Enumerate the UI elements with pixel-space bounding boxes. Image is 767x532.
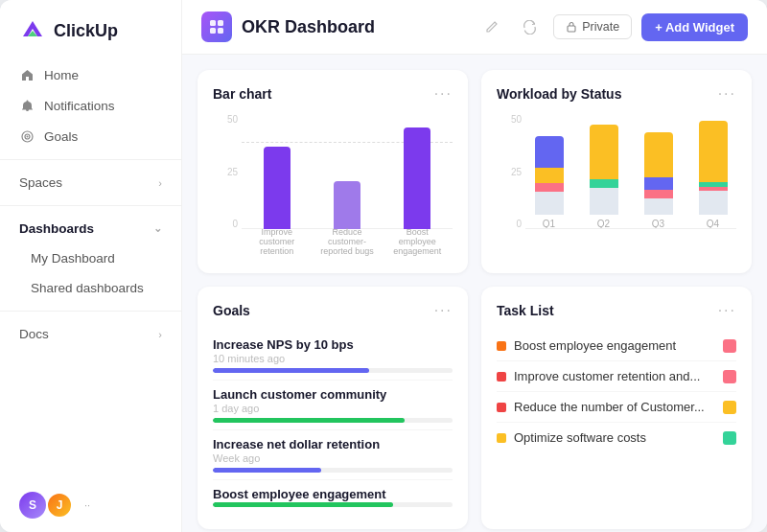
task-dot-0 xyxy=(497,341,506,351)
seg-q3-red xyxy=(644,190,673,198)
spaces-chevron-icon: › xyxy=(158,177,162,189)
bar-group-1: Reduce customer-reported bugs xyxy=(312,114,382,229)
stacked-group-q1: Q1 xyxy=(525,114,572,229)
seg-q2-gray xyxy=(590,188,618,215)
bar-chart-title: Bar chart xyxy=(213,86,271,102)
private-badge[interactable]: Private xyxy=(553,14,632,39)
task-name-2: Reduce the number of Customer... xyxy=(514,400,715,414)
bell-icon xyxy=(19,98,35,113)
goal-item-0: Increase NPS by 10 bps 10 minutes ago xyxy=(213,331,453,381)
sidebar-navigation: Home Notifications Goals Spaces › xyxy=(0,56,181,478)
seg-q3-yellow xyxy=(644,132,673,178)
svg-rect-8 xyxy=(218,28,223,34)
task-flag-1 xyxy=(723,370,736,383)
bar-1 xyxy=(334,181,360,229)
topbar-title: OKR Dashboard xyxy=(242,17,467,37)
stacked-bar-q1 xyxy=(535,136,564,215)
workload-chart-area: 0 25 50 Q1 xyxy=(497,114,736,258)
sidebar-docs[interactable]: Docs › xyxy=(0,319,181,349)
avatar-s[interactable]: S xyxy=(19,492,46,519)
bar-label-1: Reduce customer-reported bugs xyxy=(318,227,376,256)
bar-chart-widget: Bar chart ··· 0 25 50 Improve customer r… xyxy=(198,70,468,273)
avatar-j[interactable]: J xyxy=(46,492,73,519)
my-dashboard-label: My Dashboard xyxy=(31,251,115,266)
bar-chart-menu[interactable]: ··· xyxy=(434,85,453,103)
refresh-button[interactable] xyxy=(515,12,544,41)
edit-button[interactable] xyxy=(476,12,505,41)
sidebar-item-home[interactable]: Home xyxy=(0,59,181,90)
home-icon xyxy=(19,67,35,82)
stacked-bar-q3 xyxy=(644,132,673,215)
sidebar-goals-label: Goals xyxy=(44,129,78,144)
sidebar-spaces-label: Spaces xyxy=(19,175,62,190)
app-window: ClickUp Home Notifications Goals xyxy=(0,0,767,532)
seg-q3-gray xyxy=(644,198,673,215)
goal-bar-fill-0 xyxy=(213,368,369,373)
goal-name-1: Launch customer community xyxy=(213,387,453,402)
bar-chart-area: 0 25 50 Improve customer retention Reduc… xyxy=(213,114,453,258)
workload-x-axis xyxy=(525,228,736,229)
task-name-1: Improve customer retention and... xyxy=(514,369,715,383)
goals-title: Goals xyxy=(213,303,250,318)
task-dot-3 xyxy=(497,433,506,443)
goal-item-1: Launch customer community 1 day ago xyxy=(213,381,453,430)
private-label: Private xyxy=(582,20,619,34)
task-dot-2 xyxy=(497,403,506,412)
goal-name-2: Increase net dollar retention xyxy=(213,437,453,451)
bar-chart-y-axis: 0 25 50 xyxy=(213,114,238,229)
task-item-3: Optimize software costs xyxy=(497,423,736,452)
dashboard-grid: Bar chart ··· 0 25 50 Improve customer r… xyxy=(182,55,767,532)
workload-y-axis: 0 25 50 xyxy=(497,114,522,229)
workload-chart-title: Workload by Status xyxy=(497,86,621,102)
goal-time-0: 10 minutes ago xyxy=(213,353,453,364)
goal-bar-fill-3 xyxy=(213,502,393,507)
svg-rect-7 xyxy=(210,28,216,34)
bar-0 xyxy=(264,147,291,229)
sidebar-spaces[interactable]: Spaces › xyxy=(0,168,181,197)
bar-group-0: Improve customer retention xyxy=(242,114,312,229)
sidebar-footer: S J ·· xyxy=(0,478,181,532)
seg-q1-gray xyxy=(535,192,564,215)
seg-q1-yellow xyxy=(535,168,564,183)
sidebar-dashboards-label: Dashboards xyxy=(19,221,94,236)
topbar-actions: Private + Add Widget xyxy=(476,12,748,41)
task-list-header: Task List ··· xyxy=(497,302,736,319)
sidebar-home-label: Home xyxy=(44,68,79,82)
goal-name-0: Increase NPS by 10 bps xyxy=(213,337,453,352)
sidebar-dashboards[interactable]: Dashboards ⌄ xyxy=(0,214,181,243)
add-widget-button[interactable]: + Add Widget xyxy=(641,13,748,41)
task-flag-2 xyxy=(723,401,736,414)
seg-q4-yellow xyxy=(699,121,728,182)
workload-chart-menu[interactable]: ··· xyxy=(718,85,736,103)
seg-q1-red xyxy=(535,183,564,191)
svg-rect-5 xyxy=(210,20,216,26)
main-content: OKR Dashboard Private + Add Widget xyxy=(182,0,767,532)
seg-q4-gray xyxy=(699,191,728,215)
stacked-group-q4: Q4 xyxy=(689,114,736,229)
goal-item-2: Increase net dollar retention Week ago xyxy=(213,430,453,480)
task-list-menu[interactable]: ··· xyxy=(718,302,736,319)
task-name-0: Boost employee engagement xyxy=(514,338,715,353)
sidebar-my-dashboard[interactable]: My Dashboard xyxy=(0,243,181,273)
task-item-2: Reduce the number of Customer... xyxy=(497,392,736,423)
task-dot-1 xyxy=(497,372,506,382)
workload-chart-header: Workload by Status ··· xyxy=(497,85,736,103)
sidebar-docs-label: Docs xyxy=(19,327,49,341)
goal-item-3: Boost employee engagement xyxy=(213,480,453,514)
seg-q3-blue xyxy=(644,177,673,190)
sidebar-shared-dashboards[interactable]: Shared dashboards xyxy=(0,273,181,303)
bar-group-2: Boost employee engagement xyxy=(383,114,453,229)
task-item-1: Improve customer retention and... xyxy=(497,361,736,392)
sidebar: ClickUp Home Notifications Goals xyxy=(0,0,182,532)
dashboards-chevron-icon: ⌄ xyxy=(153,222,162,235)
task-list: Boost employee engagement Improve custom… xyxy=(497,331,736,452)
sidebar-item-goals[interactable]: Goals xyxy=(0,121,181,151)
goals-menu[interactable]: ··· xyxy=(434,302,453,319)
stacked-bar-q4 xyxy=(699,121,728,215)
seg-q2-green xyxy=(590,179,618,188)
goal-bar-fill-1 xyxy=(213,418,405,423)
sidebar-item-notifications[interactable]: Notifications xyxy=(0,90,181,121)
goal-time-2: Week ago xyxy=(213,452,453,464)
task-flag-0 xyxy=(723,339,736,353)
goals-list: Increase NPS by 10 bps 10 minutes ago La… xyxy=(213,331,453,514)
